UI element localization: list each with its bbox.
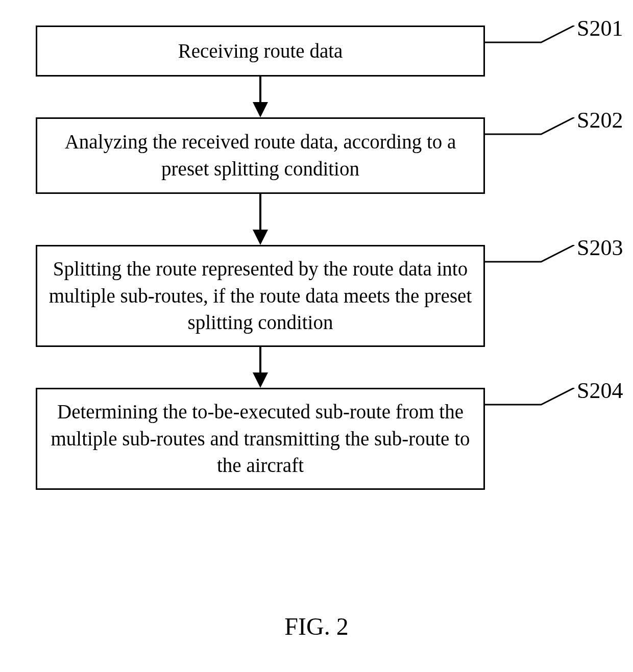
svg-marker-1 — [253, 102, 268, 117]
step-box-2: Analyzing the received route data, accor… — [36, 117, 485, 194]
step-label-3: S203 — [577, 235, 623, 261]
step-text-1: Receiving route data — [178, 38, 343, 65]
step-row-1: Receiving route data S201 — [36, 26, 597, 77]
arrow-2 — [36, 194, 485, 245]
step-text-3: Splitting the route represented by the r… — [47, 256, 473, 336]
connector-line-2 — [485, 117, 577, 148]
step-label-1: S201 — [577, 15, 623, 41]
arrow-3 — [36, 347, 485, 388]
step-box-1: Receiving route data — [36, 26, 485, 77]
step-text-4: Determining the to-be-executed sub-route… — [47, 399, 473, 479]
svg-marker-5 — [253, 372, 268, 388]
connector-line-1 — [485, 26, 577, 56]
connector-line-4 — [485, 388, 577, 418]
flowchart: Receiving route data S201 Analyzing the … — [36, 26, 597, 490]
step-label-2: S202 — [577, 107, 623, 133]
svg-marker-3 — [253, 230, 268, 245]
step-box-3: Splitting the route represented by the r… — [36, 245, 485, 347]
step-box-4: Determining the to-be-executed sub-route… — [36, 388, 485, 490]
arrow-1 — [36, 77, 485, 117]
connector-line-3 — [485, 245, 577, 276]
figure-caption: FIG. 2 — [0, 612, 633, 640]
step-text-2: Analyzing the received route data, accor… — [47, 129, 473, 182]
step-row-3: Splitting the route represented by the r… — [36, 245, 597, 347]
step-row-2: Analyzing the received route data, accor… — [36, 117, 597, 194]
step-label-4: S204 — [577, 378, 623, 404]
step-row-4: Determining the to-be-executed sub-route… — [36, 388, 597, 490]
